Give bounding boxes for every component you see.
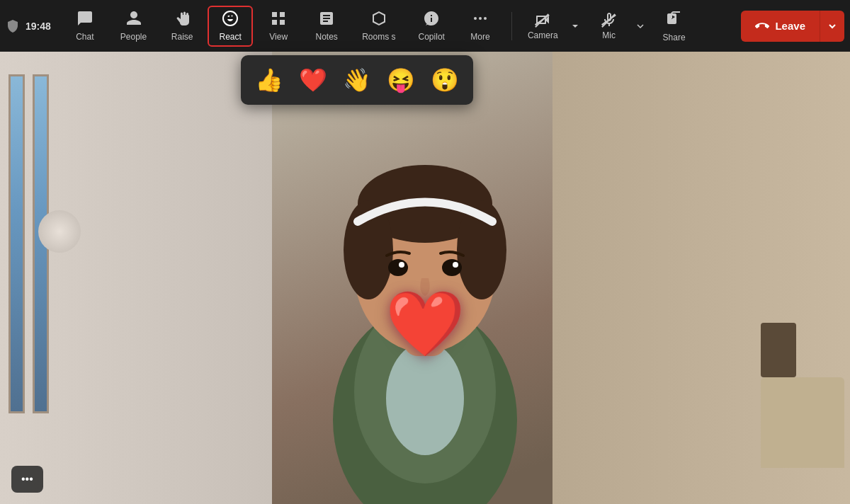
video-frame: ❤️ — [0, 52, 850, 504]
emoji-heart[interactable]: ❤️ — [296, 64, 330, 96]
share-label: Share — [663, 33, 686, 42]
more-icon — [472, 10, 489, 30]
svg-point-3 — [484, 17, 487, 20]
shield-icon — [6, 19, 20, 33]
bottom-more-button[interactable]: ••• — [11, 466, 43, 493]
divider — [511, 12, 512, 40]
time-display: 19:48 — [26, 21, 51, 32]
camera-button[interactable]: Camera — [521, 6, 565, 47]
emoji-wave[interactable]: 👋 — [340, 64, 374, 96]
nav-chat[interactable]: Chat — [62, 6, 108, 47]
copilot-label: Copilot — [419, 32, 445, 42]
svg-point-1 — [474, 17, 477, 20]
mic-arrow[interactable] — [630, 6, 650, 47]
people-label: People — [120, 32, 147, 42]
svg-point-15 — [453, 262, 458, 268]
leave-arrow-button[interactable] — [820, 11, 844, 42]
emoji-thumbsup[interactable]: 👍 — [252, 64, 286, 96]
camera-control: Camera — [521, 6, 585, 47]
share-button[interactable]: Share — [653, 6, 696, 47]
nav-view[interactable]: View — [256, 6, 301, 47]
leave-label: Leave — [775, 20, 805, 32]
emoji-wow[interactable]: 😲 — [428, 64, 462, 96]
nav-notes[interactable]: Notes — [304, 6, 349, 47]
svg-point-14 — [399, 262, 404, 268]
camera-label: Camera — [528, 30, 558, 40]
react-icon — [222, 10, 239, 30]
rooms-label: Rooms s — [362, 32, 395, 42]
avatar-svg — [248, 52, 602, 504]
nav-react[interactable]: React — [208, 6, 253, 47]
emoji-laugh[interactable]: 😝 — [384, 64, 418, 96]
time-shield-area: 19:48 — [6, 19, 51, 33]
table — [761, 323, 796, 377]
nav-copilot[interactable]: Copilot — [409, 6, 455, 47]
nav-raise[interactable]: Raise — [159, 6, 205, 47]
svg-point-2 — [479, 17, 482, 20]
camera-arrow[interactable] — [565, 6, 585, 47]
svg-point-12 — [388, 259, 408, 276]
nav-items: Chat People Raise React View — [62, 6, 733, 47]
bottom-more-label: ••• — [21, 473, 33, 485]
view-icon — [270, 10, 287, 30]
leave-button[interactable]: Leave — [741, 11, 820, 42]
react-label: React — [220, 32, 242, 42]
react-dropdown: 👍 ❤️ 👋 😝 😲 — [241, 55, 473, 105]
copilot-icon — [423, 10, 440, 30]
sofa — [761, 377, 844, 468]
chat-icon — [76, 10, 94, 30]
left-wall — [0, 52, 272, 504]
notes-label: Notes — [316, 32, 338, 42]
heart-emoji-float: ❤️ — [385, 287, 465, 361]
raise-icon — [174, 10, 191, 30]
window-1 — [8, 74, 25, 413]
topbar: 19:48 Chat People Raise React — [0, 0, 850, 52]
raise-label: Raise — [171, 32, 193, 42]
mic-off-icon — [601, 11, 618, 28]
mic-button[interactable]: Mic — [588, 6, 630, 47]
rooms-icon — [370, 10, 387, 30]
leave-btn-group: Leave — [741, 11, 844, 42]
camera-off-icon — [534, 11, 551, 28]
notes-icon — [318, 10, 335, 30]
share-icon — [666, 9, 683, 30]
svg-point-0 — [223, 11, 237, 25]
nav-people[interactable]: People — [110, 6, 157, 47]
nav-rooms[interactable]: Rooms s — [352, 6, 405, 47]
chat-label: Chat — [76, 32, 94, 42]
mic-control: Mic — [588, 6, 650, 47]
nav-more[interactable]: More — [458, 6, 503, 47]
more-label: More — [470, 32, 489, 42]
svg-point-13 — [442, 259, 462, 276]
mic-label: Mic — [602, 30, 616, 40]
wall-decor — [38, 210, 81, 253]
video-area: ❤️ ••• — [0, 52, 850, 504]
people-icon — [125, 10, 142, 30]
view-label: View — [269, 32, 288, 42]
